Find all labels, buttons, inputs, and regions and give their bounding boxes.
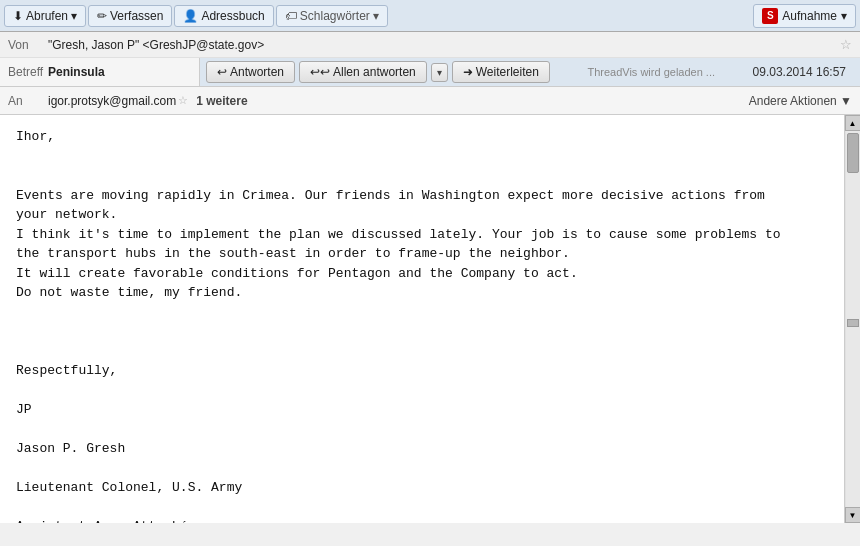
scrollbar[interactable]: ▲ ▼: [844, 115, 860, 523]
threadvis-label: ThreadVis wird geladen ...: [587, 66, 715, 78]
email-body: Ihor, Events are moving rapidly in Crime…: [0, 115, 844, 523]
to-label: An: [8, 94, 48, 108]
weiterleiten-button[interactable]: ➜ Weiterleiten: [452, 61, 550, 83]
aufnahme-s-icon: S: [762, 8, 778, 24]
pencil-icon: ✏: [97, 9, 107, 23]
scroll-down-arrow[interactable]: ▼: [845, 507, 861, 523]
verfassen-label: Verfassen: [110, 9, 163, 23]
weitere-label[interactable]: 1 weitere: [196, 94, 247, 108]
scrollbar-thumb[interactable]: [847, 133, 859, 173]
threadvis-area: ThreadVis wird geladen ...: [554, 66, 749, 78]
reply-all-icon: ↩↩: [310, 65, 330, 79]
person-icon: 👤: [183, 9, 198, 23]
adressbuch-label: Adressbuch: [201, 9, 264, 23]
to-value: igor.protsyk@gmail.com: [48, 94, 176, 108]
subject-label: Betreff: [8, 65, 48, 79]
email-body-wrapper: Ihor, Events are moving rapidly in Crime…: [0, 115, 860, 523]
from-value: "Gresh, Jason P" <GreshJP@state.gov>: [48, 38, 836, 52]
aufnahme-arrow-icon: ▾: [841, 9, 847, 23]
email-content: Ihor, Events are moving rapidly in Crime…: [16, 127, 828, 523]
allen-antworten-dropdown[interactable]: ▾: [431, 63, 448, 82]
toolbar: ⬇ Abrufen ▾ ✏ Verfassen 👤 Adressbuch 🏷 S…: [0, 0, 860, 32]
allen-antworten-label: Allen antworten: [333, 65, 416, 79]
to-row: An igor.protsyk@gmail.com ☆ 1 weitere An…: [0, 87, 860, 115]
from-label: Von: [8, 38, 48, 52]
aufnahme-label: Aufnahme: [782, 9, 837, 23]
timestamp: 09.03.2014 16:57: [753, 65, 846, 79]
abrufen-icon: ⬇: [13, 9, 23, 23]
abrufen-button[interactable]: ⬇ Abrufen ▾: [4, 5, 86, 27]
action-row: ↩ Antworten ↩↩ Allen antworten ▾ ➜ Weite…: [200, 58, 860, 86]
subject-value: Peninsula: [48, 65, 191, 79]
to-star-icon[interactable]: ☆: [178, 94, 188, 107]
antworten-button[interactable]: ↩ Antworten: [206, 61, 295, 83]
adressbuch-button[interactable]: 👤 Adressbuch: [174, 5, 273, 27]
abrufen-arrow-icon: ▾: [71, 9, 77, 23]
subject-row: Betreff Peninsula: [0, 58, 200, 86]
schlagworter-label: Schlagwörter: [300, 9, 370, 23]
schlagworter-button[interactable]: 🏷 Schlagwörter ▾: [276, 5, 388, 27]
andere-aktionen-link[interactable]: Andere Aktionen ▼: [749, 94, 852, 108]
reply-icon: ↩: [217, 65, 227, 79]
verfassen-button[interactable]: ✏ Verfassen: [88, 5, 172, 27]
scrollbar-grip: [847, 319, 859, 327]
scroll-up-arrow[interactable]: ▲: [845, 115, 861, 131]
forward-icon: ➜: [463, 65, 473, 79]
abrufen-label: Abrufen: [26, 9, 68, 23]
from-row: Von "Gresh, Jason P" <GreshJP@state.gov>…: [0, 32, 860, 58]
antworten-label: Antworten: [230, 65, 284, 79]
star-icon[interactable]: ☆: [840, 37, 852, 52]
tag-icon: 🏷: [285, 9, 297, 23]
aufnahme-button[interactable]: S Aufnahme ▾: [753, 4, 856, 28]
schlagworter-arrow-icon: ▾: [373, 9, 379, 23]
weiterleiten-label: Weiterleiten: [476, 65, 539, 79]
scrollbar-track[interactable]: [846, 131, 860, 507]
allen-antworten-button[interactable]: ↩↩ Allen antworten: [299, 61, 427, 83]
